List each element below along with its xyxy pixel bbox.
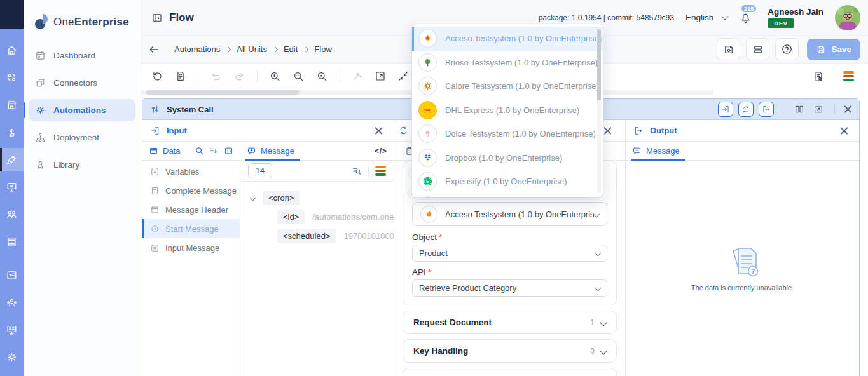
- tree-item-complete-message[interactable]: Complete Message: [142, 181, 240, 200]
- split-columns-button[interactable]: [794, 104, 804, 114]
- sidebar-item-automations[interactable]: Automations: [29, 99, 135, 121]
- tree-item-start-message[interactable]: Start Message: [142, 219, 240, 238]
- rail-item-monitoring[interactable]: [0, 175, 24, 199]
- tree-item-message-header[interactable]: Message Header: [142, 200, 240, 219]
- layout-rows-button[interactable]: [746, 38, 769, 60]
- breadcrumb-item[interactable]: Edit: [284, 44, 298, 54]
- rail-item-settings[interactable]: [0, 346, 24, 369]
- code-view-toggle[interactable]: </>: [375, 147, 387, 156]
- zoom-out-button[interactable]: [293, 70, 305, 83]
- zoom-reset-button[interactable]: [316, 70, 328, 83]
- undo-button[interactable]: [210, 70, 222, 83]
- dropdown-item-partial[interactable]: [412, 194, 603, 198]
- dropdown-item-dhl[interactable]: DHL DHL Express (1.0 by OneEnterprise): [412, 98, 603, 123]
- collapse-panel-icon[interactable]: [151, 12, 163, 24]
- api-select[interactable]: Retrieve Product Category: [412, 279, 607, 297]
- log-view-button[interactable]: [813, 70, 825, 83]
- rail-item-integrations[interactable]: [0, 230, 24, 253]
- tab-message[interactable]: Message: [247, 146, 294, 156]
- magic-wand-button[interactable]: [352, 70, 363, 82]
- rail-item-marketplace[interactable]: [0, 93, 24, 117]
- breadcrumb-item[interactable]: All Units: [237, 44, 267, 54]
- dolce-icecream-icon: [418, 124, 437, 143]
- rail-item-collaboration[interactable]: [0, 66, 24, 90]
- dropdown-item-expensify[interactable]: E Expensify (1.0 by OneEnterprise): [412, 170, 603, 194]
- required-marker: *: [439, 232, 442, 242]
- sidebar-item-deployment[interactable]: Deployment: [29, 126, 135, 149]
- xml-tag[interactable]: <cron>: [263, 191, 300, 205]
- notifications-button[interactable]: 215: [739, 11, 752, 24]
- filter-search-icon[interactable]: [352, 166, 362, 176]
- sort-icon[interactable]: [209, 146, 219, 156]
- rows-icon: [752, 44, 764, 55]
- output-tab-row: Message: [626, 142, 859, 161]
- close-input-button[interactable]: [375, 126, 383, 135]
- accordion-key-handling[interactable]: Key Handling 0: [403, 339, 617, 363]
- dashboard-calendar-icon: [35, 50, 46, 61]
- dropdown-item-brioso[interactable]: Brioso Testsystem (1.0 by OneEnterprise): [412, 51, 603, 75]
- monitor-grid-icon: [6, 324, 18, 336]
- accordion-partial[interactable]: [403, 368, 617, 376]
- message-size-field[interactable]: 14: [248, 163, 272, 178]
- rail-item-devices[interactable]: [0, 318, 24, 342]
- avatar[interactable]: [835, 5, 860, 30]
- save-button[interactable]: Save: [807, 39, 860, 60]
- sidebar-item-dashboard[interactable]: Dashboard: [29, 44, 135, 67]
- document-button[interactable]: [175, 70, 186, 82]
- back-button[interactable]: [148, 43, 160, 56]
- tree-item-input-message[interactable]: Input Message: [142, 238, 240, 257]
- colored-layers-icon[interactable]: [843, 71, 854, 81]
- close-process-button[interactable]: [603, 126, 612, 135]
- breadcrumb-item[interactable]: Automations: [174, 44, 220, 54]
- scrollbar-thumb[interactable]: [146, 90, 299, 95]
- swap-vertical-icon: [150, 104, 160, 114]
- collapse-arrows-button[interactable]: [397, 70, 409, 82]
- chevron-right-icon: [226, 46, 231, 51]
- zoom-in-button[interactable]: [269, 70, 281, 83]
- show-input-button[interactable]: [718, 102, 733, 117]
- dropdown-scrollbar-thumb[interactable]: [597, 29, 601, 100]
- sidebar-item-library[interactable]: Library: [29, 154, 135, 176]
- server-stack-icon: [6, 236, 18, 248]
- open-external-button[interactable]: [813, 104, 823, 114]
- user-info[interactable]: Agneesh Jain DEV: [768, 7, 823, 28]
- search-icon[interactable]: [195, 146, 204, 156]
- rail-item-actions[interactable]: [0, 121, 24, 144]
- tree-item-variables[interactable]: Variables: [142, 162, 240, 181]
- rail-item-users[interactable]: [0, 203, 24, 226]
- help-button[interactable]: [775, 38, 799, 60]
- window-blank-icon: [150, 205, 160, 215]
- sidebar-item-connectors[interactable]: Connectors: [29, 72, 135, 94]
- reload-button[interactable]: [151, 70, 163, 83]
- dropdown-item-acceso[interactable]: Acceso Testsystem (1.0 by OneEnterprise): [412, 27, 603, 51]
- xml-tag[interactable]: <scheduled>: [277, 229, 336, 243]
- close-output-button[interactable]: [840, 126, 849, 135]
- calore-sun-icon: [418, 77, 437, 95]
- rail-item-design[interactable]: [0, 148, 24, 171]
- package-info: package: 1.0.1954 | commit: 548579c93: [539, 13, 674, 22]
- show-output-button[interactable]: [759, 102, 774, 117]
- save-as-button[interactable]: [717, 38, 740, 60]
- tab-data[interactable]: Data: [149, 146, 180, 156]
- redo-button[interactable]: [233, 70, 245, 83]
- fit-screen-button[interactable]: [375, 70, 386, 82]
- dropdown-item-calore[interactable]: Calore Testsystem (1.0 by OneEnterprise): [412, 74, 603, 98]
- dropdown-item-dropbox[interactable]: Dropbox (1.0 by OneEnterprise): [412, 146, 603, 170]
- chevron-down-icon[interactable]: [250, 194, 256, 201]
- show-process-button[interactable]: [738, 102, 754, 117]
- language-selector[interactable]: English: [685, 13, 727, 22]
- object-select[interactable]: Product: [412, 245, 607, 262]
- svg-text:?: ?: [750, 268, 754, 275]
- xml-tag[interactable]: <id>: [277, 210, 305, 224]
- close-panel-button[interactable]: [844, 105, 853, 114]
- rail-item-home[interactable]: [0, 39, 24, 62]
- breadcrumb-item[interactable]: Flow: [314, 44, 331, 54]
- rail-item-community[interactable]: [0, 291, 24, 314]
- colored-layers-icon[interactable]: [375, 166, 386, 176]
- tab-output-message[interactable]: Message: [632, 146, 680, 156]
- panel-toggle-icon[interactable]: [224, 146, 233, 156]
- dropdown-item-dolce[interactable]: Dolce Testsystem (1.0 by OneEnterprise): [412, 122, 603, 146]
- system-select[interactable]: Acceso Testsystem (1.0 by OneEnterprise): [412, 202, 607, 226]
- rail-item-reports[interactable]: [0, 264, 24, 287]
- accordion-request-document[interactable]: Request Document 1: [403, 311, 617, 334]
